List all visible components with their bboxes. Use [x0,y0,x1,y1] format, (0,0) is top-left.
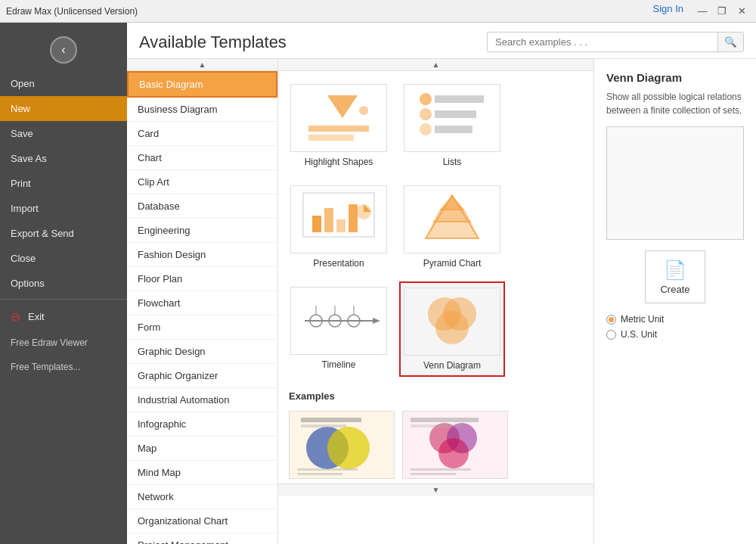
category-list: ▲ Basic DiagramBusiness DiagramCardChart… [127,59,278,544]
close-button[interactable]: ✕ [733,3,750,20]
sidebar-item-options[interactable]: Options [0,271,127,296]
sidebar-item-free-templates[interactable]: Free Templates... [0,355,127,379]
template-row-1: Highlight Shapes [278,71,593,173]
category-item-mind-map[interactable]: Mind Map [127,461,277,485]
create-button[interactable]: 📄 Create [645,250,705,303]
category-item-form[interactable]: Form [127,316,277,340]
template-row-2: Presentation [278,173,593,274]
template-lists-label: Lists [443,157,462,167]
svg-rect-45 [411,424,463,427]
examples-section-header: Examples [278,383,593,406]
svg-rect-14 [349,204,358,232]
info-title: Venn Diagram [606,71,744,84]
app-body: ‹ OpenNewSaveSave AsPrintImportExport & … [0,23,756,544]
svg-marker-20 [433,210,471,222]
svg-point-35 [327,427,370,469]
svg-rect-37 [301,424,346,427]
svg-point-32 [435,311,469,344]
minimize-button[interactable]: — [694,3,711,20]
svg-rect-1 [308,126,369,132]
templates-scroll-up[interactable]: ▲ [278,59,593,71]
template-highlight-shapes-img [290,84,387,152]
unit-us-label: U.S. Unit [621,329,657,340]
category-item-fashion-design[interactable]: Fashion Design [127,243,277,267]
category-item-network[interactable]: Network [127,485,277,509]
svg-rect-39 [297,473,342,475]
main-content: Available Templates 🔍 ▲ Basic DiagramBus… [127,23,756,544]
svg-point-6 [420,108,432,120]
svg-rect-2 [308,135,354,141]
svg-rect-13 [336,219,345,232]
content-body: ▲ Basic DiagramBusiness DiagramCardChart… [127,59,756,544]
template-lists[interactable]: Lists [399,79,505,173]
svg-point-3 [359,106,368,115]
template-venn-diagram[interactable]: Venn Diagram [399,281,505,377]
right-panel: Venn Diagram Show all possible logical r… [593,59,756,544]
create-label: Create [660,284,689,295]
template-timeline[interactable]: Timeline [286,281,392,377]
category-item-basic-diagram[interactable]: Basic Diagram [127,71,277,98]
svg-point-43 [438,438,469,468]
sidebar-item-save-as[interactable]: Save As [0,146,127,171]
restore-button[interactable]: ❐ [714,3,730,20]
category-scroll-up[interactable]: ▲ [127,59,277,71]
category-item-organizational-chart[interactable]: Organizational Chart [127,509,277,533]
category-item-card[interactable]: Card [127,122,277,146]
template-presentation[interactable]: Presentation [286,180,392,274]
svg-rect-36 [301,418,361,422]
category-item-engineering[interactable]: Engineering [127,219,277,243]
svg-rect-38 [297,468,358,471]
sidebar-item-print[interactable]: Print [0,171,127,196]
svg-rect-9 [435,126,472,133]
template-presentation-img [290,185,387,253]
unit-metric-label: Metric Unit [621,314,664,325]
template-presentation-label: Presentation [313,258,364,269]
category-item-graphic-design[interactable]: Graphic Design [127,340,277,364]
svg-rect-11 [312,216,321,232]
sidebar-item-open[interactable]: Open [0,71,127,96]
template-highlight-shapes[interactable]: Highlight Shapes [286,79,392,173]
sidebar-item-import[interactable]: Import [0,196,127,221]
sidebar-item-save[interactable]: Save [0,121,127,146]
category-item-chart[interactable]: Chart [127,146,277,170]
template-venn-diagram-img [404,288,500,356]
svg-point-8 [420,123,432,135]
back-button[interactable]: ‹ [50,36,77,64]
search-box: 🔍 [487,32,744,52]
app-title: Edraw Max (Unlicensed Version) [6,6,138,17]
unit-us[interactable]: U.S. Unit [606,329,744,340]
example-card-1[interactable] [289,411,395,479]
search-button[interactable]: 🔍 [717,33,743,51]
category-item-infographic[interactable]: Infographic [127,412,277,437]
template-venn-diagram-label: Venn Diagram [423,360,481,371]
svg-rect-47 [411,473,456,475]
sidebar-item-new[interactable]: New [0,96,127,121]
sidebar-item-export-send[interactable]: Export & Send [0,221,127,246]
search-input[interactable] [488,33,717,51]
templates-scroll-down[interactable]: ▼ [278,483,593,496]
unit-metric[interactable]: Metric Unit [606,314,744,325]
radio-metric [606,315,616,325]
template-pyramid-chart-label: Pyramid Chart [423,258,482,269]
sidebar-item-free-viewer[interactable]: Free Edraw Viewer [0,331,127,355]
svg-marker-21 [426,222,479,238]
svg-rect-12 [324,208,333,232]
sidebar-item-close[interactable]: Close [0,246,127,271]
example-img-1 [289,411,395,479]
example-card-2[interactable] [402,411,508,479]
category-item-clip-art[interactable]: Clip Art [127,170,277,194]
category-item-graphic-organizer[interactable]: Graphic Organizer [127,364,277,388]
sign-in-link[interactable]: Sign In [653,3,683,20]
category-item-project-management[interactable]: Project Management [127,533,277,544]
main-header: Available Templates 🔍 [127,23,756,59]
category-item-database[interactable]: Database [127,194,277,219]
category-item-floor-plan[interactable]: Floor Plan [127,267,277,291]
category-item-industrial-automation[interactable]: Industrial Automation [127,388,277,412]
category-item-business-diagram[interactable]: Business Diagram [127,98,277,122]
template-pyramid-chart[interactable]: Pyramid Chart [399,180,505,274]
info-description: Show all possible logical relations betw… [606,90,744,117]
sidebar-item-exit[interactable]: ⊖Exit [0,303,127,331]
category-item-flowchart[interactable]: Flowchart [127,291,277,316]
category-item-map[interactable]: Map [127,437,277,461]
example-img-2 [402,411,508,479]
